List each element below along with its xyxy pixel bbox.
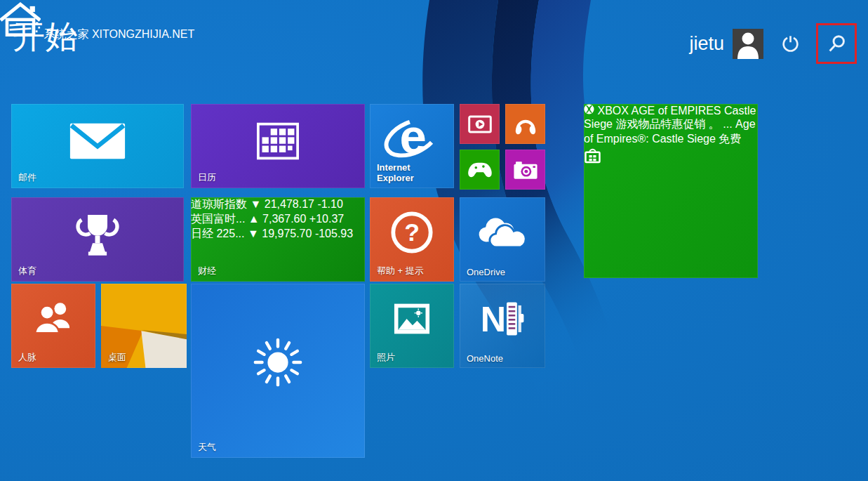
- tile-label: 人脉: [18, 351, 36, 364]
- user-bar: jietu: [689, 23, 857, 64]
- quote-row: 英国富时... ▲ 7,367.60 +10.37: [191, 212, 365, 227]
- svg-text:?: ?: [404, 219, 420, 247]
- tile-desktop[interactable]: 桌面: [101, 284, 187, 368]
- tile-label: 体育: [18, 265, 36, 277]
- xbox-brand: XBOX: [584, 105, 631, 117]
- tile-video[interactable]: [460, 104, 500, 144]
- tile-label: 天气: [198, 441, 216, 454]
- tile-mail[interactable]: 邮件: [11, 104, 184, 188]
- start-screen: 开始 jietu: [0, 0, 868, 481]
- quote-value: 19,975.70 -105.93: [262, 228, 353, 239]
- promo-title: 游戏物品特惠促销 。 ...: [615, 118, 732, 130]
- tile-weather[interactable]: 天气: [191, 284, 365, 458]
- tile-finance[interactable]: 道琼斯指数 ▼ 21,478.17 -1.10 英国富时... ▲ 7,367.…: [191, 197, 365, 282]
- tile-label: 照片: [377, 351, 395, 364]
- tile-label: 财经: [198, 265, 216, 277]
- game-controller-icon: [467, 161, 493, 178]
- tile-calendar[interactable]: 日历: [191, 104, 365, 188]
- search-button[interactable]: [816, 23, 857, 64]
- power-icon: [782, 34, 799, 53]
- svg-text:N: N: [481, 300, 506, 340]
- tile-label: 日历: [198, 171, 216, 184]
- trophy-icon: [73, 212, 122, 257]
- video-icon: [468, 115, 492, 133]
- tile-label: 邮件: [18, 171, 36, 184]
- tile-onedrive[interactable]: OneDrive: [460, 197, 545, 282]
- stock-quotes: 道琼斯指数 ▼ 21,478.17 -1.10 英国富时... ▲ 7,367.…: [191, 197, 365, 242]
- tile-label: OneDrive: [467, 267, 505, 277]
- tile-music[interactable]: [505, 104, 545, 144]
- cloud-icon: [474, 215, 530, 250]
- people-icon: [31, 301, 76, 337]
- tile-sports[interactable]: 体育: [11, 197, 184, 282]
- page-title: 开始: [13, 15, 79, 59]
- tile-label: 帮助 + 提示: [377, 265, 424, 277]
- question-mark-icon: ?: [389, 210, 434, 255]
- down-arrow-icon: ▼: [250, 198, 261, 210]
- tile-help-tips[interactable]: ? 帮助 + 提示: [370, 197, 454, 282]
- game-art-text: AGE of: [631, 105, 667, 117]
- tile-label: OneNote: [467, 353, 503, 364]
- tile-label: 桌面: [108, 351, 126, 364]
- xbox-brand-label: XBOX: [597, 105, 628, 117]
- tile-internet-explorer[interactable]: e Internet Explorer: [370, 104, 454, 188]
- camera-icon: [513, 160, 538, 179]
- tile-camera[interactable]: [505, 150, 545, 190]
- sun-icon: [251, 335, 305, 390]
- tile-xbox-games[interactable]: [460, 150, 500, 190]
- photo-icon: [394, 303, 430, 335]
- internet-explorer-icon: e: [382, 108, 441, 167]
- tile-photos[interactable]: 照片: [370, 284, 454, 368]
- user-silhouette-icon: [733, 29, 763, 59]
- username[interactable]: jietu: [689, 33, 724, 55]
- store-bag-icon: [584, 154, 601, 166]
- game-art-text: EMPIRES: [671, 105, 721, 117]
- user-avatar[interactable]: [733, 29, 763, 59]
- quote-value: 21,478.17 -1.10: [265, 198, 343, 210]
- calendar-icon: [257, 122, 299, 160]
- quote-name: 道琼斯指数: [191, 198, 247, 210]
- tile-xbox-store-promo[interactable]: XBOX AGE of EMPIRES Castle Siege 游戏物品特惠促…: [584, 104, 758, 278]
- search-icon: [827, 34, 846, 53]
- quote-value: 7,367.60 +10.37: [262, 213, 344, 225]
- quote-name: 英国富时...: [191, 213, 245, 225]
- tile-onenote[interactable]: N OneNote: [460, 284, 545, 368]
- up-arrow-icon: ▲: [248, 213, 260, 225]
- power-button[interactable]: [782, 34, 799, 53]
- quote-row: 日经 225... ▼ 19,975.70 -105.93: [191, 227, 365, 242]
- tile-label: Internet Explorer: [377, 163, 426, 184]
- mail-icon: [69, 122, 126, 160]
- onenote-icon: N: [479, 298, 526, 339]
- tile-people[interactable]: 人脉: [11, 284, 95, 368]
- promo-price: 免费: [719, 133, 741, 145]
- quote-row: 道琼斯指数 ▼ 21,478.17 -1.10: [191, 197, 365, 212]
- quote-name: 日经 225...: [191, 228, 244, 239]
- headphones-icon: [514, 114, 537, 135]
- xbox-sphere-icon: [584, 104, 594, 114]
- down-arrow-icon: ▼: [248, 228, 259, 239]
